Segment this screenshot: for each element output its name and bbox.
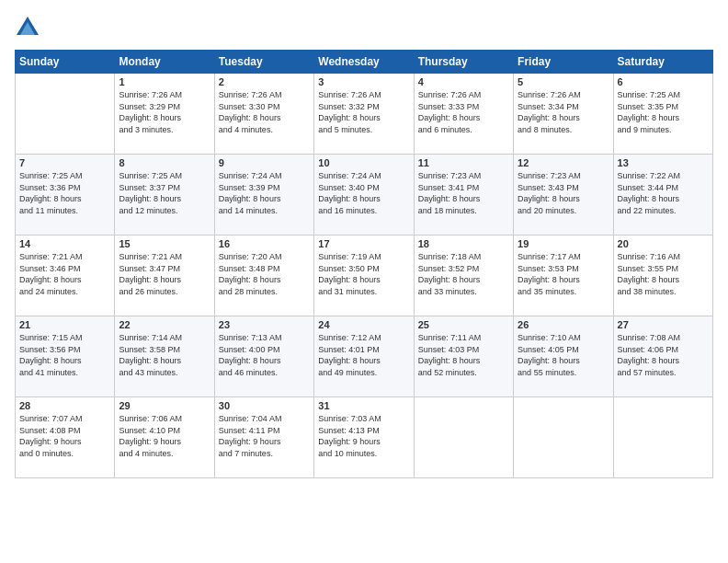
sunrise: Sunrise: 7:25 AM [618,89,709,101]
sunset: Sunset: 3:40 PM [318,182,409,194]
day-number: 13 [618,157,709,168]
daylight-cont: and 52 minutes. [418,367,509,379]
day-info: Sunrise: 7:07 AMSunset: 4:08 PMDaylight:… [19,413,110,459]
calendar-cell: 1Sunrise: 7:26 AMSunset: 3:29 PMDaylight… [115,74,214,155]
calendar-cell: 15Sunrise: 7:21 AMSunset: 3:47 PMDayligh… [115,236,214,316]
sunrise: Sunrise: 7:24 AM [219,170,310,182]
day-number: 27 [618,319,709,330]
daylight: Daylight: 8 hours [618,112,709,124]
logo-icon [15,15,40,40]
daylight: Daylight: 9 hours [219,436,310,448]
calendar-cell: 27Sunrise: 7:08 AMSunset: 4:06 PMDayligh… [613,316,712,397]
day-info: Sunrise: 7:16 AMSunset: 3:55 PMDaylight:… [618,251,709,297]
sunrise: Sunrise: 7:23 AM [418,170,509,182]
sunset: Sunset: 3:55 PM [618,263,709,275]
daylight-cont: and 4 minutes. [119,448,210,460]
calendar-cell: 29Sunrise: 7:06 AMSunset: 4:10 PMDayligh… [115,397,214,478]
daylight: Daylight: 8 hours [518,112,609,124]
header [15,15,713,40]
day-info: Sunrise: 7:24 AMSunset: 3:39 PMDaylight:… [219,170,310,216]
day-number: 18 [418,238,509,249]
page-container: SundayMondayTuesdayWednesdayThursdayFrid… [0,0,728,563]
sunset: Sunset: 4:08 PM [19,425,110,437]
sunrise: Sunrise: 7:06 AM [119,413,210,425]
day-info: Sunrise: 7:26 AMSunset: 3:30 PMDaylight:… [219,89,310,135]
calendar-cell: 31Sunrise: 7:03 AMSunset: 4:13 PMDayligh… [314,397,414,478]
daylight: Daylight: 8 hours [618,274,709,286]
daylight-cont: and 20 minutes. [518,205,609,217]
daylight-cont: and 55 minutes. [518,367,609,379]
daylight: Daylight: 8 hours [19,355,110,367]
daylight-cont: and 18 minutes. [418,205,509,217]
sunrise: Sunrise: 7:26 AM [119,89,210,101]
calendar-cell: 13Sunrise: 7:22 AMSunset: 3:44 PMDayligh… [613,155,712,236]
day-number: 5 [518,76,609,87]
day-info: Sunrise: 7:23 AMSunset: 3:41 PMDaylight:… [418,170,509,216]
day-info: Sunrise: 7:26 AMSunset: 3:33 PMDaylight:… [418,89,509,135]
sunrise: Sunrise: 7:21 AM [19,251,110,263]
calendar-cell [613,397,712,478]
day-info: Sunrise: 7:08 AMSunset: 4:06 PMDaylight:… [618,332,709,378]
day-number: 12 [518,157,609,168]
day-number: 4 [418,76,509,87]
daylight-cont: and 14 minutes. [219,205,310,217]
sunset: Sunset: 3:35 PM [618,101,709,113]
sunset: Sunset: 3:48 PM [219,263,310,275]
daylight-cont: and 6 minutes. [418,124,509,136]
daylight: Daylight: 8 hours [418,355,509,367]
daylight-cont: and 28 minutes. [219,286,310,298]
daylight: Daylight: 8 hours [518,274,609,286]
day-info: Sunrise: 7:11 AMSunset: 4:03 PMDaylight:… [418,332,509,378]
daylight: Daylight: 8 hours [418,274,509,286]
sunrise: Sunrise: 7:15 AM [19,332,110,344]
sunset: Sunset: 4:05 PM [518,344,609,356]
sunrise: Sunrise: 7:26 AM [518,89,609,101]
day-number: 28 [19,400,110,411]
week-row-2: 14Sunrise: 7:21 AMSunset: 3:46 PMDayligh… [16,236,713,316]
daylight: Daylight: 8 hours [19,274,110,286]
weekday-header-monday: Monday [115,51,214,74]
day-number: 9 [219,157,310,168]
sunrise: Sunrise: 7:08 AM [618,332,709,344]
sunrise: Sunrise: 7:17 AM [518,251,609,263]
daylight-cont: and 35 minutes. [518,286,609,298]
daylight: Daylight: 8 hours [119,274,210,286]
day-number: 14 [19,238,110,249]
day-info: Sunrise: 7:21 AMSunset: 3:47 PMDaylight:… [119,251,210,297]
day-info: Sunrise: 7:03 AMSunset: 4:13 PMDaylight:… [318,413,409,459]
daylight-cont: and 16 minutes. [318,205,409,217]
day-info: Sunrise: 7:21 AMSunset: 3:46 PMDaylight:… [19,251,110,297]
day-info: Sunrise: 7:26 AMSunset: 3:34 PMDaylight:… [518,89,609,135]
day-number: 16 [219,238,310,249]
calendar-cell: 16Sunrise: 7:20 AMSunset: 3:48 PMDayligh… [214,236,313,316]
calendar-cell: 14Sunrise: 7:21 AMSunset: 3:46 PMDayligh… [16,236,115,316]
day-info: Sunrise: 7:23 AMSunset: 3:43 PMDaylight:… [518,170,609,216]
day-info: Sunrise: 7:24 AMSunset: 3:40 PMDaylight:… [318,170,409,216]
calendar-cell: 30Sunrise: 7:04 AMSunset: 4:11 PMDayligh… [214,397,313,478]
day-info: Sunrise: 7:22 AMSunset: 3:44 PMDaylight:… [618,170,709,216]
day-info: Sunrise: 7:17 AMSunset: 3:53 PMDaylight:… [518,251,609,297]
daylight-cont: and 8 minutes. [518,124,609,136]
sunrise: Sunrise: 7:20 AM [219,251,310,263]
calendar-cell: 5Sunrise: 7:26 AMSunset: 3:34 PMDaylight… [514,74,613,155]
daylight-cont: and 33 minutes. [418,286,509,298]
daylight: Daylight: 8 hours [119,355,210,367]
daylight-cont: and 43 minutes. [119,367,210,379]
daylight-cont: and 41 minutes. [19,367,110,379]
day-number: 24 [318,319,409,330]
calendar-cell: 8Sunrise: 7:25 AMSunset: 3:37 PMDaylight… [115,155,214,236]
sunrise: Sunrise: 7:04 AM [219,413,310,425]
sunset: Sunset: 3:53 PM [518,263,609,275]
daylight-cont: and 49 minutes. [318,367,409,379]
calendar-cell: 28Sunrise: 7:07 AMSunset: 4:08 PMDayligh… [16,397,115,478]
calendar-cell: 7Sunrise: 7:25 AMSunset: 3:36 PMDaylight… [16,155,115,236]
day-number: 11 [418,157,509,168]
calendar-cell: 2Sunrise: 7:26 AMSunset: 3:30 PMDaylight… [214,74,313,155]
calendar-cell: 23Sunrise: 7:13 AMSunset: 4:00 PMDayligh… [214,316,313,397]
daylight-cont: and 3 minutes. [119,124,210,136]
day-info: Sunrise: 7:14 AMSunset: 3:58 PMDaylight:… [119,332,210,378]
sunset: Sunset: 3:34 PM [518,101,609,113]
daylight-cont: and 11 minutes. [19,205,110,217]
daylight-cont: and 57 minutes. [618,367,709,379]
sunset: Sunset: 4:11 PM [219,425,310,437]
